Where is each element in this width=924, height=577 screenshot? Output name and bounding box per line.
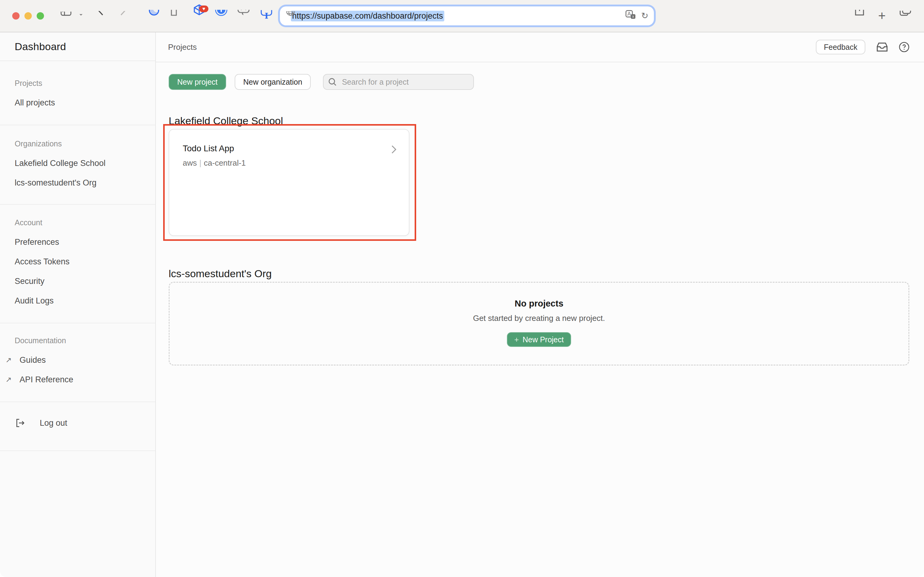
svg-text:A: A bbox=[627, 11, 631, 17]
address-bar[interactable]: https://supabase.com/dashboard/projects … bbox=[280, 6, 654, 25]
projects-toolbar: New project New organization bbox=[169, 74, 474, 90]
external-link-icon: ↗ bbox=[5, 375, 11, 384]
forward-button[interactable] bbox=[120, 11, 126, 21]
sidebar-item-label: Security bbox=[14, 277, 45, 286]
sleep-tab-extension-icon[interactable] bbox=[148, 10, 161, 22]
sidebar-section-documentation: Documentation ↗ Guides ↗ API Reference bbox=[0, 323, 155, 402]
new-organization-button[interactable]: New organization bbox=[235, 74, 311, 90]
sidebar-item-lcs-somestudents-org[interactable]: lcs-somestudent's Org bbox=[0, 173, 155, 193]
sidebar-item-all-projects[interactable]: All projects bbox=[0, 93, 155, 113]
sidebar-item-lakefield-college-school[interactable]: Lakefield College School bbox=[0, 153, 155, 173]
feedback-button[interactable]: Feedback bbox=[816, 40, 865, 55]
tab-overview-icon[interactable] bbox=[900, 11, 911, 21]
sidebar-item-label: Guides bbox=[19, 355, 46, 365]
sidebar-item-api-reference[interactable]: ↗ API Reference bbox=[0, 370, 155, 389]
sidebar-item-guides[interactable]: ↗ Guides bbox=[0, 350, 155, 370]
sidebar-item-label: Access Tokens bbox=[14, 257, 70, 266]
project-meta: aws|ca-central-1 bbox=[183, 158, 246, 168]
project-provider: aws bbox=[183, 158, 197, 168]
chevron-right-icon bbox=[391, 145, 397, 156]
sidebar-label-account: Account bbox=[0, 213, 155, 232]
voice-bubble-extension-icon[interactable] bbox=[237, 10, 250, 22]
reload-icon[interactable]: ↻ bbox=[641, 11, 649, 20]
heart-badge-icon: ♥ bbox=[199, 5, 208, 12]
package-cube-extension-icon[interactable]: ♥ bbox=[193, 10, 205, 22]
search-icon bbox=[328, 78, 336, 86]
sidebar-section-logout: Log out bbox=[0, 402, 155, 451]
sidebar-item-label: All projects bbox=[14, 98, 55, 108]
sidebar-section-organizations: Organizations Lakefield College School l… bbox=[0, 125, 155, 205]
sidebar-item-label: Lakefield College School bbox=[14, 159, 105, 168]
new-tab-icon[interactable]: + bbox=[878, 8, 886, 23]
minimize-window-button[interactable] bbox=[24, 12, 32, 19]
sidebar-label-documentation: Documentation bbox=[0, 331, 155, 350]
breadcrumb[interactable]: Projects bbox=[168, 42, 197, 52]
browser-window: ♥ I bbox=[0, 0, 924, 577]
meta-separator: | bbox=[197, 158, 204, 168]
sidebar-item-label: API Reference bbox=[19, 375, 73, 384]
empty-state-subtitle: Get started by creating a new project. bbox=[473, 314, 605, 323]
inbox-icon[interactable] bbox=[876, 42, 888, 52]
sidebar-item-label: Preferences bbox=[14, 237, 59, 247]
logout-icon bbox=[16, 419, 25, 427]
new-project-button[interactable]: New project bbox=[169, 74, 226, 90]
sidebar-item-access-tokens[interactable]: Access Tokens bbox=[0, 252, 155, 271]
external-link-icon: ↗ bbox=[5, 356, 11, 364]
sidebar-item-preferences[interactable]: Preferences bbox=[0, 232, 155, 252]
cleaner-extension-icon[interactable] bbox=[169, 10, 182, 22]
sidebar-section-account: Account Preferences Access Tokens Securi… bbox=[0, 205, 155, 323]
browser-toolbar: ♥ I bbox=[0, 0, 924, 32]
main-content: Projects Feedback bbox=[156, 32, 924, 577]
share-icon[interactable] bbox=[854, 10, 865, 22]
sidebar-label-organizations: Organizations bbox=[0, 134, 155, 153]
back-button[interactable] bbox=[98, 11, 104, 21]
onepassword-extension-icon[interactable] bbox=[215, 10, 227, 22]
svg-text:x: x bbox=[632, 14, 634, 19]
empty-projects-panel: No projects Get started by creating a ne… bbox=[169, 282, 910, 366]
empty-state-title: No projects bbox=[515, 298, 563, 309]
sidebar-label-projects: Projects bbox=[0, 73, 155, 93]
sidebar-item-audit-logs[interactable]: Audit Logs bbox=[0, 291, 155, 311]
sidebar-item-label: Audit Logs bbox=[14, 296, 54, 306]
instapaper-extension-icon[interactable]: I bbox=[260, 10, 272, 22]
sidebar-item-label: lcs-somestudent's Org bbox=[14, 178, 97, 188]
url-text-selected[interactable]: https://supabase.com/dashboard/projects bbox=[291, 11, 444, 21]
project-name: Todo List App bbox=[183, 143, 234, 153]
main-header: Projects Feedback bbox=[156, 32, 924, 62]
search-input[interactable] bbox=[341, 77, 468, 87]
page-title: Dashboard bbox=[0, 32, 155, 61]
instapaper-i-glyph: I bbox=[265, 12, 268, 20]
plus-icon: + bbox=[514, 335, 519, 343]
project-region: ca-central-1 bbox=[204, 158, 246, 168]
project-card-todo-list-app[interactable]: Todo List App aws|ca-central-1 bbox=[169, 129, 409, 236]
translate-icon[interactable]: A x bbox=[625, 10, 636, 22]
zoom-window-button[interactable] bbox=[37, 12, 44, 19]
close-window-button[interactable] bbox=[12, 12, 19, 19]
chevron-down-icon[interactable] bbox=[78, 14, 84, 18]
logout-button[interactable]: Log out bbox=[0, 413, 155, 433]
help-icon[interactable] bbox=[899, 42, 910, 52]
sidebar-section-projects: Projects All projects bbox=[0, 61, 155, 125]
sidebar: Dashboard Projects All projects Organiza… bbox=[0, 32, 156, 577]
sidebar-item-security[interactable]: Security bbox=[0, 271, 155, 291]
org-heading-lcs-somestudents: lcs-somestudent's Org bbox=[169, 268, 272, 280]
sidebar-toggle-icon[interactable] bbox=[61, 11, 71, 20]
new-project-button-empty-state[interactable]: + New Project bbox=[507, 332, 571, 347]
new-project-label: New Project bbox=[523, 335, 564, 344]
logout-label: Log out bbox=[40, 418, 67, 428]
project-search[interactable] bbox=[323, 74, 474, 90]
